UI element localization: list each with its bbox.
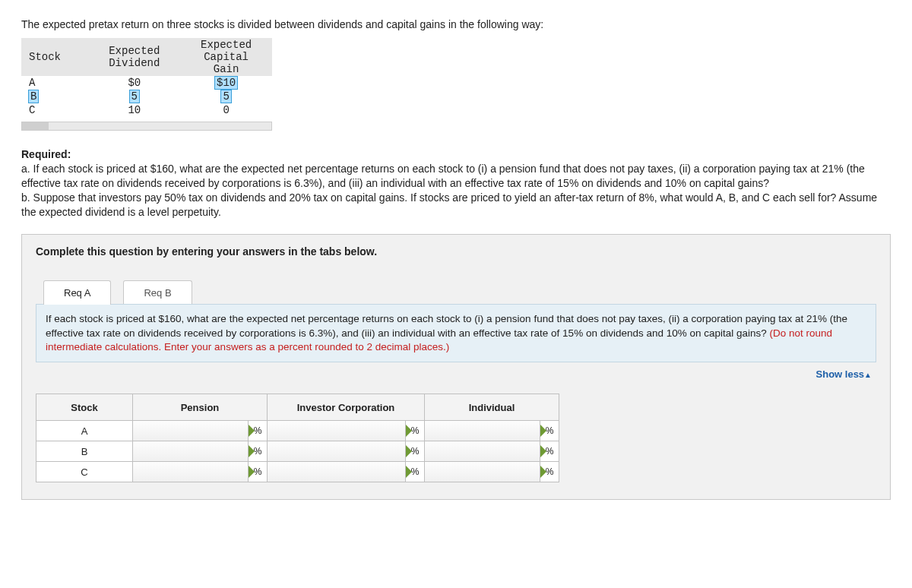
ath-corp: Investor Corporation — [268, 394, 425, 421]
tab-req-a[interactable]: Req A — [43, 280, 111, 305]
answer-input[interactable] — [268, 462, 406, 482]
answer-block: Complete this question by entering your … — [21, 234, 891, 500]
answer-input[interactable] — [133, 421, 249, 441]
dropdown-arrow-icon — [540, 445, 546, 457]
th-stock: Stock — [21, 38, 88, 76]
question-prompt-box: If each stock is priced at $160, what ar… — [36, 304, 876, 362]
th-dividend: ExpectedDividend — [88, 38, 180, 76]
dropdown-arrow-icon — [249, 425, 255, 437]
intro-text: The expected pretax return on three stoc… — [21, 18, 891, 30]
dropdown-arrow-icon — [540, 466, 546, 478]
show-less-label: Show less — [816, 368, 865, 380]
cell-div: 5 — [88, 90, 180, 103]
answer-input[interactable] — [425, 462, 540, 482]
dropdown-arrow-icon — [406, 466, 412, 478]
required-a: a. If each stock is priced at $160, what… — [21, 162, 891, 191]
ath-stock: Stock — [36, 394, 133, 421]
cell-gain: 0 — [180, 103, 272, 117]
answer-input[interactable] — [133, 462, 249, 482]
required-b: b. Suppose that investors pay 50% tax on… — [21, 191, 891, 220]
answer-input[interactable] — [425, 441, 540, 461]
ans-row-stock: B — [36, 441, 133, 462]
dropdown-arrow-icon — [249, 466, 255, 478]
answer-instruction: Complete this question by entering your … — [36, 245, 876, 258]
cell-gain: $10 — [180, 76, 272, 90]
scrollbar-thumb[interactable] — [22, 122, 49, 130]
answer-input[interactable] — [133, 441, 249, 461]
show-less-toggle[interactable]: Show less▲ — [36, 362, 876, 381]
dropdown-arrow-icon — [406, 445, 412, 457]
cell-div: $0 — [88, 76, 180, 90]
horizontal-scrollbar[interactable] — [21, 122, 272, 131]
cell-stock: C — [21, 103, 88, 117]
dropdown-arrow-icon — [540, 425, 546, 437]
answer-input[interactable] — [425, 421, 540, 441]
ath-indiv: Individual — [425, 394, 559, 421]
pretax-return-table: Stock ExpectedDividend ExpectedCapitalGa… — [21, 38, 272, 117]
prompt-text: If each stock is priced at $160, what ar… — [46, 313, 847, 338]
tab-req-b[interactable]: Req B — [123, 280, 192, 305]
answer-input[interactable] — [268, 441, 406, 461]
chevron-up-icon: ▲ — [864, 371, 872, 379]
cell-stock: A — [21, 76, 88, 90]
th-gain: ExpectedCapitalGain — [180, 38, 272, 76]
ans-row-stock: A — [36, 421, 133, 441]
dropdown-arrow-icon — [249, 445, 255, 457]
ath-pension: Pension — [133, 394, 268, 421]
cell-gain: 5 — [180, 90, 272, 103]
ans-row-stock: C — [36, 462, 133, 482]
required-heading: Required: — [21, 148, 71, 160]
cell-div: 10 — [88, 103, 180, 117]
dropdown-arrow-icon — [406, 425, 412, 437]
cell-stock: B — [21, 90, 88, 103]
answer-input[interactable] — [268, 421, 406, 441]
answer-table: Stock Pension Investor Corporation Indiv… — [36, 394, 559, 482]
